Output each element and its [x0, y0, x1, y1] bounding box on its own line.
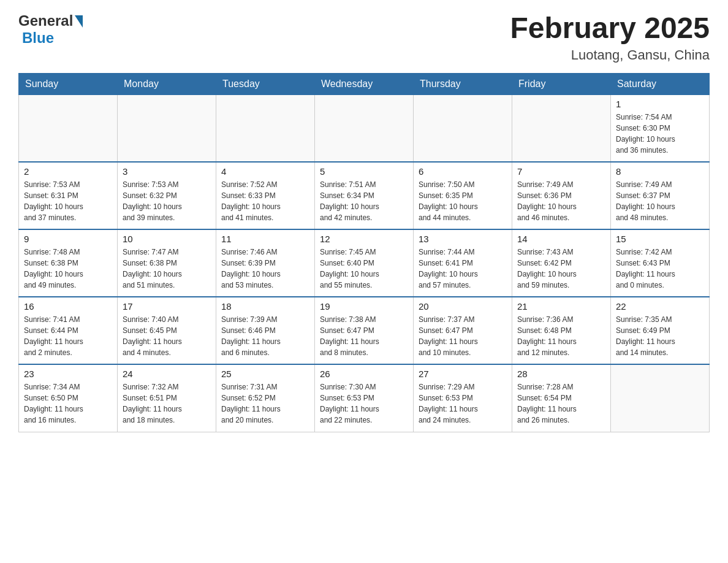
day-number: 11	[221, 234, 309, 244]
logo-general-text: General	[18, 12, 73, 29]
calendar-day-cell: 6Sunrise: 7:50 AM Sunset: 6:35 PM Daylig…	[414, 162, 512, 229]
day-info: Sunrise: 7:50 AM Sunset: 6:35 PM Dayligh…	[419, 179, 507, 223]
day-info: Sunrise: 7:34 AM Sunset: 6:50 PM Dayligh…	[24, 381, 112, 426]
calendar-day-cell	[216, 94, 315, 162]
calendar-day-cell: 9Sunrise: 7:48 AM Sunset: 6:38 PM Daylig…	[19, 229, 118, 297]
calendar-day-cell: 10Sunrise: 7:47 AM Sunset: 6:38 PM Dayli…	[118, 229, 216, 297]
day-info: Sunrise: 7:45 AM Sunset: 6:40 PM Dayligh…	[320, 247, 408, 291]
day-info: Sunrise: 7:32 AM Sunset: 6:51 PM Dayligh…	[123, 381, 211, 426]
calendar-day-cell	[611, 364, 710, 432]
calendar-day-cell: 12Sunrise: 7:45 AM Sunset: 6:40 PM Dayli…	[315, 229, 414, 297]
calendar-day-cell: 4Sunrise: 7:52 AM Sunset: 6:33 PM Daylig…	[216, 162, 315, 229]
day-info: Sunrise: 7:39 AM Sunset: 6:46 PM Dayligh…	[221, 314, 309, 358]
logo-triangle-icon	[75, 15, 83, 28]
day-number: 23	[24, 369, 112, 379]
weekday-header: Monday	[118, 73, 216, 94]
calendar-week-row: 9Sunrise: 7:48 AM Sunset: 6:38 PM Daylig…	[19, 229, 710, 297]
day-number: 21	[517, 301, 605, 312]
calendar-header-row: SundayMondayTuesdayWednesdayThursdayFrid…	[19, 73, 710, 94]
calendar-day-cell: 7Sunrise: 7:49 AM Sunset: 6:36 PM Daylig…	[512, 162, 611, 229]
calendar-day-cell: 24Sunrise: 7:32 AM Sunset: 6:51 PM Dayli…	[118, 364, 216, 432]
calendar-day-cell: 1Sunrise: 7:54 AM Sunset: 6:30 PM Daylig…	[611, 94, 710, 162]
weekday-header: Tuesday	[216, 73, 315, 94]
day-info: Sunrise: 7:53 AM Sunset: 6:32 PM Dayligh…	[123, 179, 211, 223]
day-number: 5	[320, 166, 408, 177]
calendar-day-cell: 20Sunrise: 7:37 AM Sunset: 6:47 PM Dayli…	[414, 297, 512, 364]
calendar-day-cell: 27Sunrise: 7:29 AM Sunset: 6:53 PM Dayli…	[414, 364, 512, 432]
calendar-day-cell: 13Sunrise: 7:44 AM Sunset: 6:41 PM Dayli…	[414, 229, 512, 297]
day-info: Sunrise: 7:36 AM Sunset: 6:48 PM Dayligh…	[517, 314, 605, 358]
day-info: Sunrise: 7:31 AM Sunset: 6:52 PM Dayligh…	[221, 381, 309, 426]
day-info: Sunrise: 7:43 AM Sunset: 6:42 PM Dayligh…	[517, 247, 605, 291]
day-info: Sunrise: 7:48 AM Sunset: 6:38 PM Dayligh…	[24, 247, 112, 291]
calendar-week-row: 23Sunrise: 7:34 AM Sunset: 6:50 PM Dayli…	[19, 364, 710, 432]
day-info: Sunrise: 7:29 AM Sunset: 6:53 PM Dayligh…	[419, 381, 507, 426]
calendar-day-cell: 14Sunrise: 7:43 AM Sunset: 6:42 PM Dayli…	[512, 229, 611, 297]
day-info: Sunrise: 7:47 AM Sunset: 6:38 PM Dayligh…	[123, 247, 211, 291]
day-number: 24	[123, 369, 211, 379]
calendar-day-cell: 17Sunrise: 7:40 AM Sunset: 6:45 PM Dayli…	[118, 297, 216, 364]
day-info: Sunrise: 7:42 AM Sunset: 6:43 PM Dayligh…	[616, 247, 704, 291]
calendar-day-cell: 11Sunrise: 7:46 AM Sunset: 6:39 PM Dayli…	[216, 229, 315, 297]
day-number: 15	[616, 234, 704, 244]
day-number: 14	[517, 234, 605, 244]
day-number: 12	[320, 234, 408, 244]
calendar-day-cell: 2Sunrise: 7:53 AM Sunset: 6:31 PM Daylig…	[19, 162, 118, 229]
calendar-day-cell	[414, 94, 512, 162]
day-number: 6	[419, 166, 507, 177]
calendar-day-cell: 21Sunrise: 7:36 AM Sunset: 6:48 PM Dayli…	[512, 297, 611, 364]
day-number: 7	[517, 166, 605, 177]
calendar-day-cell: 26Sunrise: 7:30 AM Sunset: 6:53 PM Dayli…	[315, 364, 414, 432]
day-number: 19	[320, 301, 408, 312]
day-number: 22	[616, 301, 704, 312]
day-number: 13	[419, 234, 507, 244]
calendar-day-cell: 25Sunrise: 7:31 AM Sunset: 6:52 PM Dayli…	[216, 364, 315, 432]
calendar-day-cell: 5Sunrise: 7:51 AM Sunset: 6:34 PM Daylig…	[315, 162, 414, 229]
calendar-week-row: 2Sunrise: 7:53 AM Sunset: 6:31 PM Daylig…	[19, 162, 710, 229]
location-title: Luotang, Gansu, China	[510, 47, 710, 63]
calendar-day-cell: 18Sunrise: 7:39 AM Sunset: 6:46 PM Dayli…	[216, 297, 315, 364]
calendar-day-cell: 8Sunrise: 7:49 AM Sunset: 6:37 PM Daylig…	[611, 162, 710, 229]
day-number: 27	[419, 369, 507, 379]
calendar-day-cell	[512, 94, 611, 162]
calendar-day-cell: 15Sunrise: 7:42 AM Sunset: 6:43 PM Dayli…	[611, 229, 710, 297]
day-number: 17	[123, 301, 211, 312]
day-number: 8	[616, 166, 704, 177]
day-number: 18	[221, 301, 309, 312]
calendar-day-cell	[315, 94, 414, 162]
calendar-day-cell: 28Sunrise: 7:28 AM Sunset: 6:54 PM Dayli…	[512, 364, 611, 432]
day-number: 1	[616, 99, 704, 109]
title-section: February 2025 Luotang, Gansu, China	[510, 12, 710, 63]
day-number: 26	[320, 369, 408, 379]
day-info: Sunrise: 7:28 AM Sunset: 6:54 PM Dayligh…	[517, 381, 605, 426]
day-info: Sunrise: 7:54 AM Sunset: 6:30 PM Dayligh…	[616, 112, 704, 156]
day-info: Sunrise: 7:30 AM Sunset: 6:53 PM Dayligh…	[320, 381, 408, 426]
day-info: Sunrise: 7:49 AM Sunset: 6:36 PM Dayligh…	[517, 179, 605, 223]
day-info: Sunrise: 7:38 AM Sunset: 6:47 PM Dayligh…	[320, 314, 408, 358]
weekday-header: Thursday	[414, 73, 512, 94]
day-info: Sunrise: 7:40 AM Sunset: 6:45 PM Dayligh…	[123, 314, 211, 358]
calendar-week-row: 1Sunrise: 7:54 AM Sunset: 6:30 PM Daylig…	[19, 94, 710, 162]
day-info: Sunrise: 7:52 AM Sunset: 6:33 PM Dayligh…	[221, 179, 309, 223]
calendar-week-row: 16Sunrise: 7:41 AM Sunset: 6:44 PM Dayli…	[19, 297, 710, 364]
month-title: February 2025	[510, 12, 710, 45]
day-number: 2	[24, 166, 112, 177]
day-info: Sunrise: 7:35 AM Sunset: 6:49 PM Dayligh…	[616, 314, 704, 358]
calendar-day-cell: 22Sunrise: 7:35 AM Sunset: 6:49 PM Dayli…	[611, 297, 710, 364]
weekday-header: Friday	[512, 73, 611, 94]
calendar-day-cell: 19Sunrise: 7:38 AM Sunset: 6:47 PM Dayli…	[315, 297, 414, 364]
day-info: Sunrise: 7:53 AM Sunset: 6:31 PM Dayligh…	[24, 179, 112, 223]
weekday-header: Saturday	[611, 73, 710, 94]
day-number: 28	[517, 369, 605, 379]
calendar-day-cell: 16Sunrise: 7:41 AM Sunset: 6:44 PM Dayli…	[19, 297, 118, 364]
day-number: 3	[123, 166, 211, 177]
day-info: Sunrise: 7:51 AM Sunset: 6:34 PM Dayligh…	[320, 179, 408, 223]
logo-blue-text: Blue	[22, 29, 54, 47]
day-info: Sunrise: 7:41 AM Sunset: 6:44 PM Dayligh…	[24, 314, 112, 358]
day-number: 20	[419, 301, 507, 312]
day-number: 25	[221, 369, 309, 379]
page-header: General Blue February 2025 Luotang, Gans…	[18, 12, 710, 63]
calendar-day-cell: 3Sunrise: 7:53 AM Sunset: 6:32 PM Daylig…	[118, 162, 216, 229]
day-info: Sunrise: 7:49 AM Sunset: 6:37 PM Dayligh…	[616, 179, 704, 223]
calendar-day-cell	[19, 94, 118, 162]
